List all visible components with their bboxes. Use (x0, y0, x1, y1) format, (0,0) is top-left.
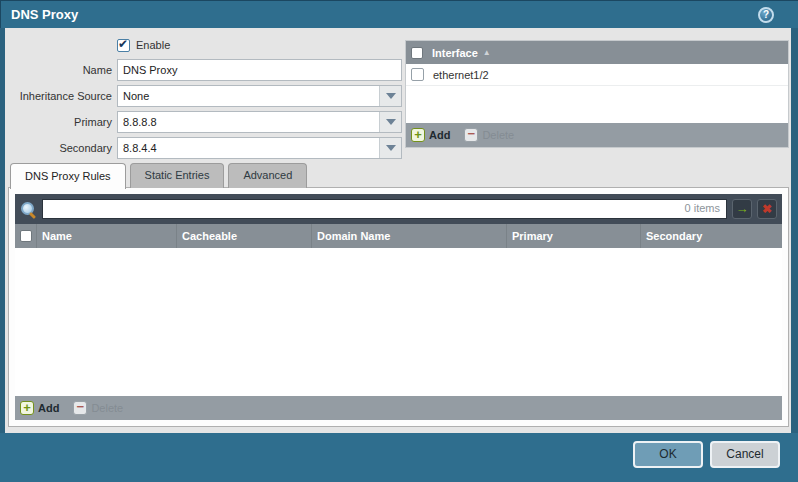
rules-table-header: Name Cacheable Domain Name Primary Secon… (15, 224, 782, 248)
interface-panel-footer: + Add − Delete (406, 123, 788, 147)
column-header-primary[interactable]: Primary (507, 224, 641, 248)
delete-icon: − (464, 128, 478, 142)
interface-row-ethernet1-2[interactable]: ethernet1/2 (406, 64, 788, 86)
rules-panel-footer: + Add − Delete (15, 396, 782, 420)
enable-row: Enable (10, 36, 402, 54)
cancel-button[interactable]: Cancel (710, 441, 780, 468)
add-icon: + (20, 401, 34, 415)
ok-button[interactable]: OK (633, 441, 703, 468)
chevron-down-icon (386, 93, 396, 99)
dialog-frame-left (0, 28, 5, 433)
column-header-cacheable[interactable]: Cacheable (177, 224, 312, 248)
inheritance-source-input[interactable] (118, 86, 379, 106)
interface-list: ethernet1/2 (406, 64, 788, 123)
interface-add-button[interactable]: + Add (411, 128, 450, 142)
dns-proxy-rules-panel: 0 items → ✖ Name Cacheable Domain Name P… (8, 187, 789, 427)
interface-select-all-checkbox[interactable] (411, 47, 423, 59)
sort-ascending-icon: ▲ (483, 48, 491, 57)
secondary-field-wrap (117, 137, 402, 159)
inheritance-source-field-wrap (117, 85, 402, 107)
interface-panel: Interface ▲ ethernet1/2 + Add − Delete (405, 40, 789, 148)
add-icon: + (411, 128, 425, 142)
tab-static-entries[interactable]: Static Entries (130, 163, 225, 188)
delete-icon: − (73, 401, 87, 415)
secondary-row: Secondary (10, 137, 402, 159)
tab-dns-proxy-rules[interactable]: DNS Proxy Rules (10, 163, 126, 189)
clear-filter-button[interactable]: ✖ (757, 199, 777, 219)
interface-delete-button[interactable]: − Delete (464, 128, 514, 142)
column-header-domain-name[interactable]: Domain Name (312, 224, 507, 248)
apply-filter-button[interactable]: → (732, 199, 752, 219)
dns-proxy-dialog: DNS Proxy ? Enable Name Inheritance Sour… (0, 0, 798, 482)
interface-row-checkbox[interactable] (411, 68, 424, 81)
inheritance-source-dropdown-button[interactable] (379, 86, 401, 106)
inheritance-source-row: Inheritance Source (10, 85, 402, 107)
rules-select-all-checkbox[interactable] (20, 230, 32, 242)
search-icon (20, 201, 37, 218)
secondary-dropdown-button[interactable] (379, 138, 401, 158)
primary-row: Primary (10, 111, 402, 133)
enable-checkbox[interactable] (117, 39, 130, 52)
column-header-name[interactable]: Name (37, 224, 177, 248)
dialog-frame-right (791, 28, 798, 433)
secondary-label: Secondary (10, 142, 112, 154)
secondary-input[interactable] (118, 138, 379, 158)
search-field-wrap: 0 items (42, 199, 727, 219)
dialog-footer: OK Cancel (0, 433, 798, 482)
interface-column-header[interactable]: Interface (432, 47, 478, 59)
primary-field-wrap (117, 111, 402, 133)
primary-dropdown-button[interactable] (379, 112, 401, 132)
inheritance-source-label: Inheritance Source (10, 90, 112, 102)
primary-input[interactable] (118, 112, 379, 132)
primary-label: Primary (10, 116, 112, 128)
dialog-content: Enable Name Inheritance Source Primary (5, 28, 791, 433)
interface-header: Interface ▲ (406, 41, 788, 64)
chevron-down-icon (386, 145, 396, 151)
rules-add-button[interactable]: + Add (20, 401, 59, 415)
tab-strip: DNS Proxy Rules Static Entries Advanced (10, 163, 307, 188)
rules-delete-button[interactable]: − Delete (73, 401, 123, 415)
items-count: 0 items (685, 202, 720, 214)
search-input[interactable] (42, 199, 727, 219)
interface-row-label: ethernet1/2 (433, 69, 489, 81)
chevron-down-icon (386, 119, 396, 125)
column-header-secondary[interactable]: Secondary (641, 224, 782, 248)
name-label: Name (10, 64, 112, 76)
name-row: Name (10, 59, 402, 81)
enable-label: Enable (136, 39, 170, 51)
search-bar: 0 items → ✖ (15, 194, 782, 224)
tab-advanced[interactable]: Advanced (228, 163, 307, 188)
name-input[interactable] (118, 60, 401, 80)
rules-table-body (15, 248, 782, 396)
title-bar: DNS Proxy ? (0, 0, 798, 28)
name-field-wrap (117, 59, 402, 81)
dialog-title: DNS Proxy (11, 1, 78, 28)
select-all-cell (15, 224, 37, 248)
dns-proxy-form: Enable Name Inheritance Source Primary (10, 36, 402, 163)
help-icon[interactable]: ? (758, 7, 774, 23)
